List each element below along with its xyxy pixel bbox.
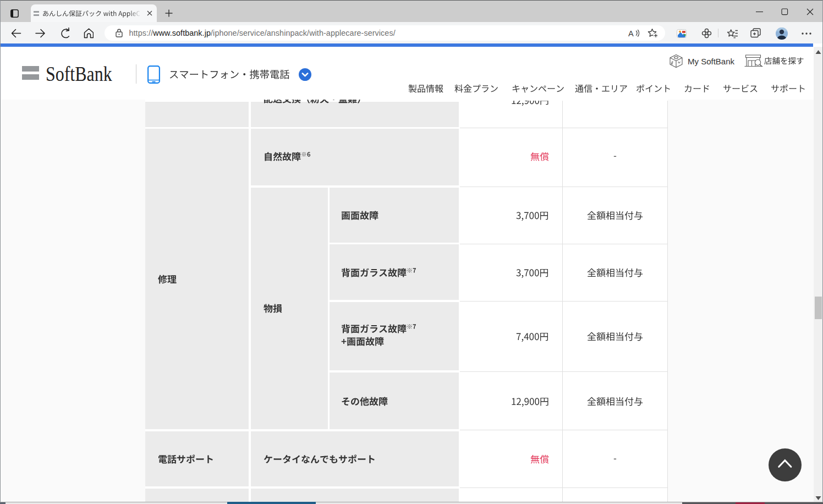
svg-text:A: A [628, 29, 634, 38]
